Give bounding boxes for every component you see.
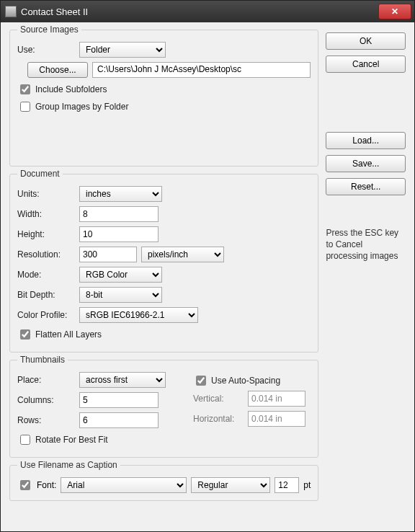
- close-icon: ✕: [391, 6, 398, 17]
- reset-button[interactable]: Reset...: [326, 178, 406, 195]
- right-column: OK Cancel Load... Save... Reset... Press…: [326, 30, 406, 523]
- height-label: Height:: [17, 229, 75, 239]
- vertical-label: Vertical:: [193, 394, 244, 404]
- use-label: Use:: [17, 45, 75, 55]
- load-button[interactable]: Load...: [326, 132, 406, 149]
- horizontal-input: [248, 411, 305, 427]
- caption-font-checkbox[interactable]: [20, 480, 30, 490]
- resolution-unit-select[interactable]: pixels/inch: [141, 247, 224, 262]
- horizontal-label: Horizontal:: [193, 414, 244, 424]
- mode-label: Mode:: [17, 270, 75, 280]
- titlebar: Contact Sheet II ✕: [1, 1, 414, 22]
- font-size-input[interactable]: [275, 477, 299, 493]
- legend-source: Source Images: [17, 25, 81, 35]
- legend-thumbnails: Thumbnails: [17, 355, 68, 365]
- resolution-label: Resolution:: [17, 249, 75, 260]
- flatten-checkbox[interactable]: [20, 329, 30, 340]
- use-select[interactable]: Folder: [79, 42, 166, 58]
- vertical-input: [248, 391, 305, 407]
- esc-hint: Press the ESC key to Cancel processing i…: [326, 227, 406, 262]
- columns-label: Columns:: [17, 395, 75, 405]
- place-label: Place:: [17, 375, 75, 385]
- path-display: C:\Users\John J McAssey\Desktop\sc: [92, 62, 311, 78]
- window-title: Contact Sheet II: [21, 6, 378, 17]
- bitdepth-select[interactable]: 8-bit: [79, 287, 162, 303]
- width-label: Width:: [17, 209, 75, 219]
- resolution-input[interactable]: [79, 247, 137, 262]
- width-input[interactable]: [79, 206, 159, 222]
- group-caption: Use Filename as Caption Font: Arial Regu…: [9, 465, 318, 501]
- font-style-select[interactable]: Regular: [191, 477, 270, 493]
- mode-select[interactable]: RGB Color: [79, 267, 162, 283]
- colorprofile-select[interactable]: sRGB IEC61966-2.1: [79, 307, 198, 323]
- font-label: Font:: [37, 480, 56, 490]
- autospacing-label: Use Auto-Spacing: [211, 376, 280, 386]
- font-name-select[interactable]: Arial: [61, 477, 187, 493]
- app-icon: [5, 6, 17, 17]
- save-button[interactable]: Save...: [326, 155, 406, 172]
- columns-input[interactable]: [79, 392, 159, 408]
- cancel-button[interactable]: Cancel: [326, 56, 406, 73]
- rotate-label: Rotate For Best Fit: [35, 435, 108, 445]
- group-by-folder-label: Group Images by Folder: [35, 102, 128, 112]
- colorprofile-label: Color Profile:: [17, 310, 75, 320]
- autospacing-checkbox[interactable]: [196, 376, 206, 386]
- choose-button[interactable]: Choose...: [27, 62, 88, 78]
- legend-caption: Use Filename as Caption: [17, 460, 120, 470]
- group-thumbnails: Thumbnails Place: across first Columns: …: [9, 360, 318, 458]
- include-subfolders-checkbox[interactable]: [20, 84, 30, 94]
- rotate-checkbox[interactable]: [20, 435, 30, 445]
- left-column: Source Images Use: Folder Choose... C:\U…: [9, 30, 318, 523]
- legend-document: Document: [17, 169, 63, 179]
- rows-label: Rows:: [17, 415, 75, 425]
- group-by-folder-checkbox[interactable]: [20, 102, 30, 112]
- dialog-window: Contact Sheet II ✕ Source Images Use: Fo…: [0, 0, 415, 532]
- group-document: Document Units: inches Width: Height: Re…: [9, 174, 318, 353]
- height-input[interactable]: [79, 226, 159, 242]
- units-label: Units:: [17, 189, 75, 199]
- place-select[interactable]: across first: [79, 372, 166, 388]
- close-button[interactable]: ✕: [378, 4, 411, 19]
- flatten-label: Flatten All Layers: [35, 329, 102, 340]
- pt-label: pt: [303, 480, 311, 490]
- bitdepth-label: Bit Depth:: [17, 290, 75, 300]
- group-source-images: Source Images Use: Folder Choose... C:\U…: [9, 30, 318, 167]
- ok-button[interactable]: OK: [326, 32, 406, 50]
- dialog-body: Source Images Use: Folder Choose... C:\U…: [1, 22, 414, 531]
- units-select[interactable]: inches: [79, 186, 162, 202]
- rows-input[interactable]: [79, 412, 159, 428]
- include-subfolders-label: Include Subfolders: [35, 84, 107, 94]
